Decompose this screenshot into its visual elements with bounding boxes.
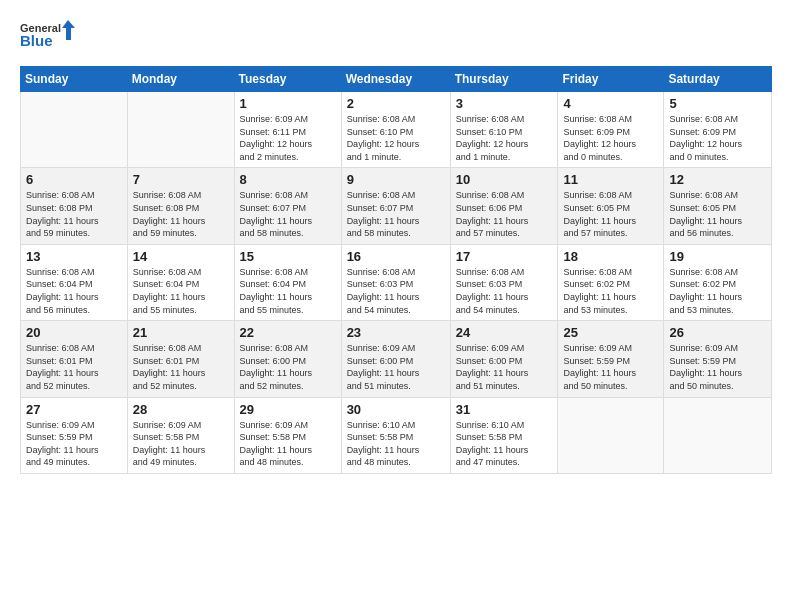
day-number: 11 <box>563 172 658 187</box>
calendar-cell: 11Sunrise: 6:08 AM Sunset: 6:05 PM Dayli… <box>558 168 664 244</box>
calendar-cell: 18Sunrise: 6:08 AM Sunset: 6:02 PM Dayli… <box>558 244 664 320</box>
day-number: 29 <box>240 402 336 417</box>
calendar-cell: 22Sunrise: 6:08 AM Sunset: 6:00 PM Dayli… <box>234 321 341 397</box>
calendar-cell: 3Sunrise: 6:08 AM Sunset: 6:10 PM Daylig… <box>450 92 558 168</box>
calendar-week-row: 20Sunrise: 6:08 AM Sunset: 6:01 PM Dayli… <box>21 321 772 397</box>
calendar-cell: 2Sunrise: 6:08 AM Sunset: 6:10 PM Daylig… <box>341 92 450 168</box>
day-number: 9 <box>347 172 445 187</box>
day-info: Sunrise: 6:08 AM Sunset: 6:03 PM Dayligh… <box>347 266 445 316</box>
day-info: Sunrise: 6:08 AM Sunset: 6:05 PM Dayligh… <box>669 189 766 239</box>
day-number: 18 <box>563 249 658 264</box>
day-info: Sunrise: 6:08 AM Sunset: 6:04 PM Dayligh… <box>240 266 336 316</box>
day-number: 13 <box>26 249 122 264</box>
day-info: Sunrise: 6:09 AM Sunset: 5:58 PM Dayligh… <box>133 419 229 469</box>
calendar-week-row: 6Sunrise: 6:08 AM Sunset: 6:08 PM Daylig… <box>21 168 772 244</box>
calendar-week-row: 13Sunrise: 6:08 AM Sunset: 6:04 PM Dayli… <box>21 244 772 320</box>
day-info: Sunrise: 6:08 AM Sunset: 6:09 PM Dayligh… <box>669 113 766 163</box>
page: General Blue SundayMondayTuesdayWednesda… <box>0 0 792 612</box>
calendar-cell: 4Sunrise: 6:08 AM Sunset: 6:09 PM Daylig… <box>558 92 664 168</box>
day-number: 30 <box>347 402 445 417</box>
calendar-cell: 1Sunrise: 6:09 AM Sunset: 6:11 PM Daylig… <box>234 92 341 168</box>
day-number: 14 <box>133 249 229 264</box>
calendar-cell: 25Sunrise: 6:09 AM Sunset: 5:59 PM Dayli… <box>558 321 664 397</box>
day-info: Sunrise: 6:08 AM Sunset: 6:02 PM Dayligh… <box>563 266 658 316</box>
weekday-header-row: SundayMondayTuesdayWednesdayThursdayFrid… <box>21 67 772 92</box>
calendar-cell: 14Sunrise: 6:08 AM Sunset: 6:04 PM Dayli… <box>127 244 234 320</box>
day-number: 5 <box>669 96 766 111</box>
day-info: Sunrise: 6:08 AM Sunset: 6:09 PM Dayligh… <box>563 113 658 163</box>
day-number: 8 <box>240 172 336 187</box>
day-info: Sunrise: 6:09 AM Sunset: 6:11 PM Dayligh… <box>240 113 336 163</box>
calendar-cell: 23Sunrise: 6:09 AM Sunset: 6:00 PM Dayli… <box>341 321 450 397</box>
calendar-cell: 20Sunrise: 6:08 AM Sunset: 6:01 PM Dayli… <box>21 321 128 397</box>
calendar-cell: 19Sunrise: 6:08 AM Sunset: 6:02 PM Dayli… <box>664 244 772 320</box>
calendar-cell: 7Sunrise: 6:08 AM Sunset: 6:08 PM Daylig… <box>127 168 234 244</box>
calendar-cell <box>21 92 128 168</box>
day-number: 15 <box>240 249 336 264</box>
day-number: 7 <box>133 172 229 187</box>
day-number: 16 <box>347 249 445 264</box>
calendar-cell: 29Sunrise: 6:09 AM Sunset: 5:58 PM Dayli… <box>234 397 341 473</box>
day-info: Sunrise: 6:09 AM Sunset: 5:59 PM Dayligh… <box>669 342 766 392</box>
calendar-cell: 27Sunrise: 6:09 AM Sunset: 5:59 PM Dayli… <box>21 397 128 473</box>
day-number: 1 <box>240 96 336 111</box>
day-number: 12 <box>669 172 766 187</box>
calendar-table: SundayMondayTuesdayWednesdayThursdayFrid… <box>20 66 772 474</box>
calendar-week-row: 27Sunrise: 6:09 AM Sunset: 5:59 PM Dayli… <box>21 397 772 473</box>
logo: General Blue <box>20 18 75 56</box>
calendar-cell: 15Sunrise: 6:08 AM Sunset: 6:04 PM Dayli… <box>234 244 341 320</box>
calendar-cell <box>127 92 234 168</box>
day-info: Sunrise: 6:08 AM Sunset: 6:00 PM Dayligh… <box>240 342 336 392</box>
calendar-cell: 16Sunrise: 6:08 AM Sunset: 6:03 PM Dayli… <box>341 244 450 320</box>
day-number: 19 <box>669 249 766 264</box>
calendar-week-row: 1Sunrise: 6:09 AM Sunset: 6:11 PM Daylig… <box>21 92 772 168</box>
day-number: 10 <box>456 172 553 187</box>
day-number: 20 <box>26 325 122 340</box>
weekday-header-tuesday: Tuesday <box>234 67 341 92</box>
day-info: Sunrise: 6:10 AM Sunset: 5:58 PM Dayligh… <box>347 419 445 469</box>
day-info: Sunrise: 6:09 AM Sunset: 5:59 PM Dayligh… <box>563 342 658 392</box>
day-number: 17 <box>456 249 553 264</box>
day-number: 24 <box>456 325 553 340</box>
day-info: Sunrise: 6:08 AM Sunset: 6:07 PM Dayligh… <box>240 189 336 239</box>
day-number: 26 <box>669 325 766 340</box>
calendar-cell: 17Sunrise: 6:08 AM Sunset: 6:03 PM Dayli… <box>450 244 558 320</box>
svg-text:Blue: Blue <box>20 32 53 49</box>
day-number: 2 <box>347 96 445 111</box>
weekday-header-thursday: Thursday <box>450 67 558 92</box>
day-number: 3 <box>456 96 553 111</box>
weekday-header-saturday: Saturday <box>664 67 772 92</box>
weekday-header-wednesday: Wednesday <box>341 67 450 92</box>
day-number: 22 <box>240 325 336 340</box>
day-number: 4 <box>563 96 658 111</box>
calendar-cell: 10Sunrise: 6:08 AM Sunset: 6:06 PM Dayli… <box>450 168 558 244</box>
calendar-cell: 13Sunrise: 6:08 AM Sunset: 6:04 PM Dayli… <box>21 244 128 320</box>
day-number: 28 <box>133 402 229 417</box>
calendar-cell <box>664 397 772 473</box>
day-info: Sunrise: 6:09 AM Sunset: 5:59 PM Dayligh… <box>26 419 122 469</box>
day-info: Sunrise: 6:08 AM Sunset: 6:08 PM Dayligh… <box>133 189 229 239</box>
day-info: Sunrise: 6:09 AM Sunset: 6:00 PM Dayligh… <box>347 342 445 392</box>
day-info: Sunrise: 6:08 AM Sunset: 6:08 PM Dayligh… <box>26 189 122 239</box>
calendar-cell <box>558 397 664 473</box>
calendar-cell: 24Sunrise: 6:09 AM Sunset: 6:00 PM Dayli… <box>450 321 558 397</box>
calendar-cell: 8Sunrise: 6:08 AM Sunset: 6:07 PM Daylig… <box>234 168 341 244</box>
calendar-cell: 5Sunrise: 6:08 AM Sunset: 6:09 PM Daylig… <box>664 92 772 168</box>
day-info: Sunrise: 6:08 AM Sunset: 6:04 PM Dayligh… <box>26 266 122 316</box>
day-info: Sunrise: 6:08 AM Sunset: 6:10 PM Dayligh… <box>456 113 553 163</box>
weekday-header-monday: Monday <box>127 67 234 92</box>
day-info: Sunrise: 6:08 AM Sunset: 6:03 PM Dayligh… <box>456 266 553 316</box>
day-info: Sunrise: 6:08 AM Sunset: 6:05 PM Dayligh… <box>563 189 658 239</box>
logo-svg: General Blue <box>20 18 75 56</box>
day-number: 27 <box>26 402 122 417</box>
calendar-cell: 28Sunrise: 6:09 AM Sunset: 5:58 PM Dayli… <box>127 397 234 473</box>
calendar-cell: 9Sunrise: 6:08 AM Sunset: 6:07 PM Daylig… <box>341 168 450 244</box>
day-info: Sunrise: 6:09 AM Sunset: 6:00 PM Dayligh… <box>456 342 553 392</box>
calendar-cell: 6Sunrise: 6:08 AM Sunset: 6:08 PM Daylig… <box>21 168 128 244</box>
day-info: Sunrise: 6:08 AM Sunset: 6:06 PM Dayligh… <box>456 189 553 239</box>
day-info: Sunrise: 6:08 AM Sunset: 6:01 PM Dayligh… <box>26 342 122 392</box>
day-info: Sunrise: 6:09 AM Sunset: 5:58 PM Dayligh… <box>240 419 336 469</box>
day-number: 6 <box>26 172 122 187</box>
calendar-cell: 30Sunrise: 6:10 AM Sunset: 5:58 PM Dayli… <box>341 397 450 473</box>
day-number: 21 <box>133 325 229 340</box>
